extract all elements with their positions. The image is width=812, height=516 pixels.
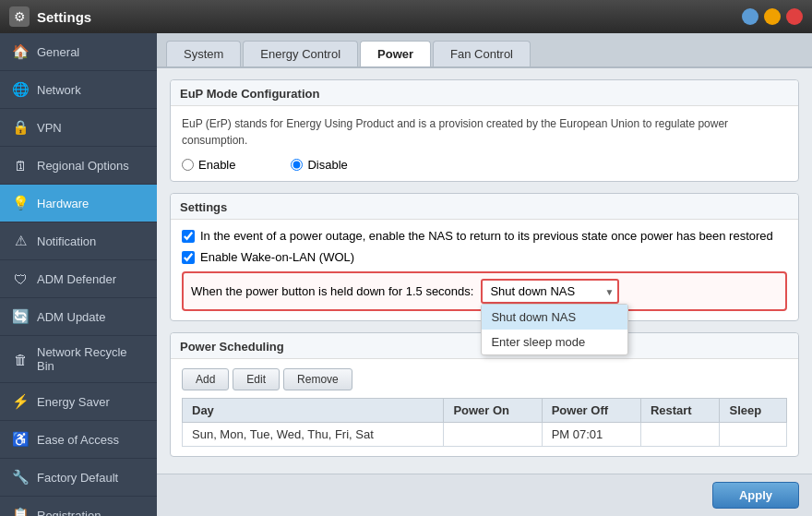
tab-system[interactable]: System xyxy=(166,41,241,66)
eup-section-title: EuP Mode Configuration xyxy=(171,80,798,106)
checkbox-power-outage-row: In the event of a power outage, enable t… xyxy=(182,229,787,243)
footer: Apply xyxy=(157,474,812,516)
sidebar-item-label: ADM Defender xyxy=(37,272,116,286)
general-icon: 🏠 xyxy=(11,42,30,61)
sidebar-item-label: VPN xyxy=(37,121,62,135)
table-header-row: DayPower OnPower OffRestartSleep xyxy=(183,399,787,423)
add-button[interactable]: Add xyxy=(182,368,229,390)
sidebar-item-network[interactable]: 🌐 Network xyxy=(0,71,157,109)
power-button-label: When the power button is held down for 1… xyxy=(191,284,473,298)
eup-section: EuP Mode Configuration EuP (ErP) stands … xyxy=(170,79,799,182)
sidebar-item-factory-default[interactable]: 🔧 Factory Default xyxy=(0,459,157,497)
table-cell-power-on xyxy=(444,423,542,447)
sidebar-item-label: Notification xyxy=(37,234,96,248)
adm-update-icon: 🔄 xyxy=(11,307,30,326)
sidebar-item-regional[interactable]: 🗓 Regional Options xyxy=(0,147,157,185)
dropdown-option-sleep[interactable]: Enter sleep mode xyxy=(482,330,627,354)
network-icon: 🌐 xyxy=(11,80,30,99)
sidebar-item-energy-saver[interactable]: ⚡ Energy Saver xyxy=(0,383,157,421)
sidebar-item-label: Network xyxy=(37,83,81,97)
hardware-icon: 💡 xyxy=(11,194,30,212)
table-col-sleep: Sleep xyxy=(720,399,787,423)
main-layout: 🏠 General 🌐 Network 🔒 VPN 🗓 Regional Opt… xyxy=(0,33,812,516)
tab-energy-control[interactable]: Energy Control xyxy=(243,41,358,66)
sidebar-item-general[interactable]: 🏠 General xyxy=(0,33,157,71)
sidebar-item-network-recycle[interactable]: 🗑 Network Recycle Bin xyxy=(0,336,157,383)
checkbox-wol-label: Enable Wake-on-LAN (WOL) xyxy=(200,250,354,264)
registration-icon: 📋 xyxy=(11,506,30,516)
eup-disable-label[interactable]: Disable xyxy=(291,158,347,172)
content-area: SystemEnergy ControlPowerFan Control EuP… xyxy=(157,33,812,516)
scheduling-table: DayPower OnPower OffRestartSleep Sun, Mo… xyxy=(182,398,787,447)
tab-bar: SystemEnergy ControlPowerFan Control xyxy=(157,33,812,68)
settings-section-body: In the event of a power outage, enable t… xyxy=(171,220,798,320)
remove-button[interactable]: Remove xyxy=(283,368,352,390)
checkbox-wol-row: Enable Wake-on-LAN (WOL) xyxy=(182,250,787,264)
table-cell-sleep xyxy=(720,423,787,447)
scheduling-section-body: Add Edit Remove DayPower OnPower OffRest… xyxy=(171,359,798,456)
power-button-row: When the power button is held down for 1… xyxy=(182,271,787,311)
sidebar-item-hardware[interactable]: 💡 Hardware xyxy=(0,185,157,222)
eup-description: EuP (ErP) stands for Energy Using Produc… xyxy=(182,115,787,149)
title-bar: ⚙ Settings xyxy=(0,0,812,33)
sidebar-item-label: Factory Default xyxy=(37,471,118,485)
table-body: Sun, Mon, Tue, Wed, Thu, Fri, SatPM 07:0… xyxy=(183,423,787,447)
notification-icon: ⚠ xyxy=(11,232,30,250)
table-col-power-on: Power On xyxy=(444,399,542,423)
table-cell-restart xyxy=(640,423,720,447)
table-cell-day: Sun, Mon, Tue, Wed, Thu, Fri, Sat xyxy=(183,423,444,447)
sidebar-item-registration[interactable]: 📋 Registration xyxy=(0,497,157,516)
sidebar-item-notification[interactable]: ⚠ Notification xyxy=(0,222,157,260)
sidebar: 🏠 General 🌐 Network 🔒 VPN 🗓 Regional Opt… xyxy=(0,33,157,516)
ease-of-access-icon: ♿ xyxy=(11,430,30,449)
regional-icon: 🗓 xyxy=(11,156,30,174)
vpn-icon: 🔒 xyxy=(11,118,30,137)
power-action-dropdown[interactable]: Shut down NASEnter sleep mode xyxy=(481,279,619,304)
table-col-power-off: Power Off xyxy=(542,399,640,423)
table-col-restart: Restart xyxy=(640,399,720,423)
table-row: Sun, Mon, Tue, Wed, Thu, Fri, SatPM 07:0… xyxy=(183,423,787,447)
apply-button[interactable]: Apply xyxy=(712,482,799,509)
minimize-button[interactable] xyxy=(764,8,781,25)
settings-section: Settings In the event of a power outage,… xyxy=(170,193,799,321)
window-title: Settings xyxy=(37,9,734,25)
sidebar-item-label: Energy Saver xyxy=(37,395,110,409)
tab-fan-control[interactable]: Fan Control xyxy=(433,41,531,66)
sidebar-item-label: Hardware xyxy=(37,197,89,210)
energy-saver-icon: ⚡ xyxy=(11,392,30,411)
power-action-dropdown-menu: Shut down NAS Enter sleep mode xyxy=(481,304,628,355)
sidebar-item-label: Registration xyxy=(37,509,101,517)
settings-section-title: Settings xyxy=(171,194,798,220)
sidebar-item-vpn[interactable]: 🔒 VPN xyxy=(0,109,157,147)
edit-button[interactable]: Edit xyxy=(233,368,280,390)
close-button[interactable] xyxy=(786,8,803,25)
checkbox-power-outage-label: In the event of a power outage, enable t… xyxy=(200,229,773,243)
tab-power[interactable]: Power xyxy=(360,41,431,66)
sidebar-item-label: ADM Update xyxy=(37,310,105,324)
eup-section-body: EuP (ErP) stands for Energy Using Produc… xyxy=(171,106,798,181)
sidebar-item-adm-defender[interactable]: 🛡 ADM Defender xyxy=(0,260,157,298)
eup-enable-label[interactable]: Enable xyxy=(182,158,235,172)
eup-enable-radio[interactable] xyxy=(182,159,194,171)
eup-radio-row: Enable Disable xyxy=(182,158,787,172)
help-button[interactable] xyxy=(742,8,758,25)
sidebar-item-ease-of-access[interactable]: ♿ Ease of Access xyxy=(0,421,157,459)
table-col-day: Day xyxy=(183,399,444,423)
sidebar-item-adm-update[interactable]: 🔄 ADM Update xyxy=(0,298,157,336)
adm-defender-icon: 🛡 xyxy=(11,270,30,288)
window-controls xyxy=(742,8,803,25)
app-icon: ⚙ xyxy=(9,6,30,27)
factory-default-icon: 🔧 xyxy=(11,468,30,486)
checkbox-power-outage[interactable] xyxy=(182,230,195,243)
scheduling-btn-row: Add Edit Remove xyxy=(182,368,787,390)
sidebar-item-label: Ease of Access xyxy=(37,433,119,447)
inner-content: EuP Mode Configuration EuP (ErP) stands … xyxy=(157,68,812,474)
checkbox-wol[interactable] xyxy=(182,251,195,264)
sidebar-item-label: Regional Options xyxy=(37,159,129,173)
sidebar-item-label: Network Recycle Bin xyxy=(37,345,146,373)
eup-disable-radio[interactable] xyxy=(291,159,303,171)
dropdown-option-shutdown[interactable]: Shut down NAS xyxy=(482,305,627,330)
power-action-dropdown-wrapper: Shut down NASEnter sleep mode ▼ Shut dow… xyxy=(481,279,619,304)
table-cell-power-off: PM 07:01 xyxy=(542,423,640,447)
network-recycle-icon: 🗑 xyxy=(11,350,30,368)
